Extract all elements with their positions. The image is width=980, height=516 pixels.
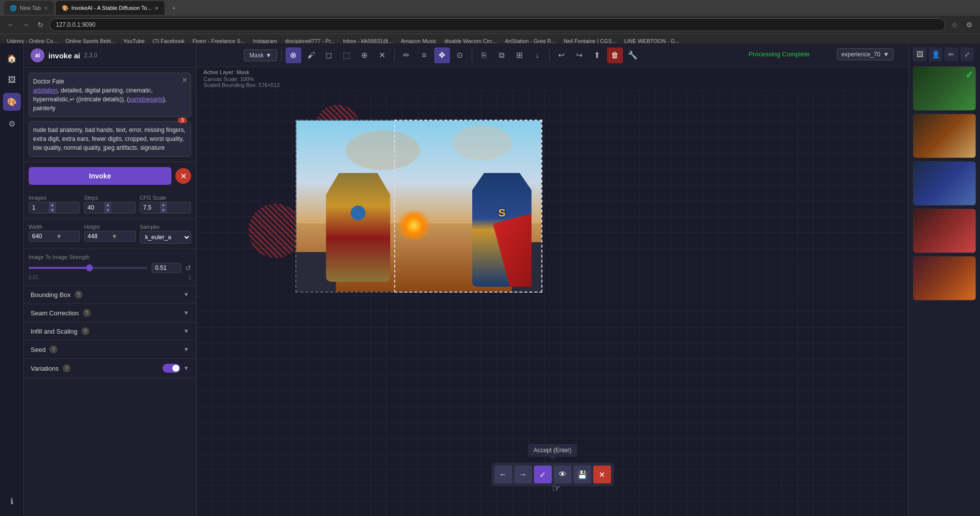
strength-slider-thumb bbox=[86, 264, 93, 271]
experience-label: experience_70 bbox=[841, 51, 880, 58]
invoke-cancel-button[interactable]: ✕ bbox=[175, 168, 191, 184]
tool-layers[interactable]: ⧉ bbox=[494, 47, 510, 63]
action-close-btn[interactable]: ✕ bbox=[593, 466, 611, 483]
action-eye-btn[interactable]: 👁 bbox=[554, 466, 572, 483]
width-input[interactable] bbox=[29, 231, 54, 241]
tool-close[interactable]: ✕ bbox=[374, 47, 390, 63]
tool-linked[interactable]: ⊗ bbox=[286, 47, 301, 63]
images-up[interactable]: ▲ bbox=[49, 202, 56, 208]
tool-delete[interactable]: 🗑 bbox=[607, 47, 623, 63]
tab-close-new[interactable]: ✕ bbox=[44, 5, 48, 11]
tool-target[interactable]: ⊙ bbox=[452, 47, 468, 63]
tool-move[interactable]: ✥ bbox=[434, 47, 450, 63]
reload-button[interactable]: ↻ bbox=[35, 19, 46, 31]
steps-stepper[interactable]: ▲ ▼ bbox=[104, 202, 111, 213]
address-bar[interactable] bbox=[49, 18, 945, 31]
steps-down[interactable]: ▼ bbox=[104, 208, 111, 213]
strength-value-input[interactable] bbox=[152, 263, 181, 273]
seed-info-icon[interactable]: ? bbox=[49, 345, 57, 353]
sidebar-icon-gallery[interactable]: 🖼 bbox=[3, 71, 21, 89]
images-input[interactable] bbox=[29, 203, 49, 213]
cfg-down[interactable]: ▼ bbox=[160, 208, 167, 213]
tool-select[interactable]: ⊕ bbox=[357, 47, 372, 63]
rpanel-gallery-btn[interactable]: 🖼 bbox=[913, 47, 927, 61]
tool-wrench[interactable]: 🔧 bbox=[625, 47, 641, 63]
whs-section: Width ▼ Height ▼ Sampler k_euler_a bbox=[24, 219, 196, 249]
cfg-up[interactable]: ▲ bbox=[160, 202, 167, 208]
tool-brush[interactable]: 🖌 bbox=[303, 47, 319, 63]
strength-reset-btn[interactable]: ↺ bbox=[185, 264, 191, 272]
bounding-box-info-icon[interactable]: ? bbox=[75, 291, 82, 299]
sidebar-icon-canvas[interactable]: 🎨 bbox=[3, 93, 21, 111]
tool-download[interactable]: ↓ bbox=[530, 47, 545, 63]
hero-superman: S bbox=[472, 173, 531, 287]
variations-toggle[interactable] bbox=[163, 364, 180, 373]
action-next-btn[interactable]: → bbox=[514, 466, 532, 483]
action-prev-btn[interactable]: ← bbox=[494, 466, 512, 483]
tool-arrange[interactable]: ⊞ bbox=[512, 47, 528, 63]
browser-titlebar: 🌐 New Tab ✕ 🎨 InvokeAI - A Stable Diffus… bbox=[0, 0, 980, 16]
prompt-close-btn[interactable]: ✕ bbox=[182, 76, 188, 84]
tool-lines[interactable]: ≡ bbox=[416, 47, 432, 63]
thumb-bg-2 bbox=[913, 162, 976, 205]
thumbnail-3[interactable] bbox=[913, 209, 976, 253]
bounding-box-section[interactable]: Bounding Box ? ▼ bbox=[24, 286, 196, 304]
seed-section[interactable]: Seed ? ▼ bbox=[24, 341, 196, 359]
images-down[interactable]: ▼ bbox=[49, 208, 56, 213]
sidebar-icon-info[interactable]: ℹ bbox=[3, 492, 21, 510]
height-input[interactable] bbox=[84, 231, 109, 241]
rpanel-edit-btn[interactable]: ✏ bbox=[944, 47, 958, 61]
thumbnail-2[interactable] bbox=[913, 161, 976, 206]
infill-info-icon[interactable]: ? bbox=[82, 327, 89, 335]
extensions-button[interactable]: ⚙ bbox=[963, 19, 975, 31]
rpanel-expand-btn[interactable]: ⤢ bbox=[960, 47, 974, 61]
sampler-select[interactable]: k_euler_a bbox=[140, 231, 191, 244]
tool-redo[interactable]: ↪ bbox=[572, 47, 587, 63]
variations-info-icon[interactable]: ? bbox=[63, 364, 71, 372]
forward-button[interactable]: → bbox=[20, 19, 32, 31]
negative-prompt-box[interactable]: 3 nude bad anatomy, bad hands, text, err… bbox=[29, 121, 191, 157]
tool-shape[interactable]: ⬚ bbox=[339, 47, 355, 63]
tool-pen[interactable]: ✏ bbox=[399, 47, 414, 63]
experience-selector[interactable]: experience_70 ▼ bbox=[837, 48, 894, 60]
tool-stamp[interactable]: ⎘ bbox=[476, 47, 492, 63]
cfg-stepper[interactable]: ▲ ▼ bbox=[160, 202, 167, 213]
seam-correction-section[interactable]: Seam Correction ? ▼ bbox=[24, 304, 196, 322]
tab-new[interactable]: 🌐 New Tab ✕ bbox=[4, 1, 54, 15]
action-accept-btn[interactable]: ✓ bbox=[534, 466, 552, 483]
steps-up[interactable]: ▲ bbox=[104, 202, 111, 208]
variations-controls: ▼ bbox=[163, 364, 189, 373]
tab-new-button[interactable]: + bbox=[166, 1, 181, 15]
sidebar-icon-home[interactable]: 🏠 bbox=[3, 49, 21, 67]
tool-eraser[interactable]: ◻ bbox=[321, 47, 337, 63]
cfg-input[interactable] bbox=[140, 203, 160, 213]
tab-invokAI[interactable]: 🎨 InvokeAI - A Stable Diffusion To... ✕ bbox=[56, 1, 164, 15]
height-label: Height bbox=[84, 224, 135, 230]
images-stepper[interactable]: ▲ ▼ bbox=[49, 202, 56, 213]
back-button[interactable]: ← bbox=[5, 19, 17, 31]
sidebar-icon-settings[interactable]: ⚙ bbox=[3, 115, 21, 132]
seam-correction-info-icon[interactable]: ? bbox=[83, 309, 91, 317]
thumbnail-0[interactable]: ✓ bbox=[913, 66, 976, 111]
bookmark-star[interactable]: ☆ bbox=[948, 19, 960, 31]
infill-section[interactable]: Infill and Scaling ? ▼ bbox=[24, 322, 196, 341]
tool-upload[interactable]: ⬆ bbox=[589, 47, 605, 63]
thumbnail-4[interactable] bbox=[913, 256, 976, 301]
invoke-button[interactable]: Invoke bbox=[29, 167, 171, 185]
tab-close-invoke[interactable]: ✕ bbox=[155, 5, 159, 11]
fate-chest bbox=[351, 206, 366, 220]
mask-chevron-icon: ▼ bbox=[266, 52, 272, 59]
mask-dropdown[interactable]: Mask ▼ bbox=[244, 49, 277, 61]
steps-input[interactable] bbox=[84, 203, 104, 213]
action-save-btn[interactable]: 💾 bbox=[573, 466, 591, 483]
variations-section[interactable]: Variations ? ▼ bbox=[24, 359, 196, 378]
right-panel: 🖼 👤 ✏ ⤢ ✓ bbox=[908, 43, 980, 516]
tool-undo[interactable]: ↩ bbox=[554, 47, 570, 63]
tab-label: New Tab bbox=[20, 5, 41, 11]
thumbnail-1[interactable] bbox=[913, 114, 976, 158]
canvas-content[interactable]: S Accept (Enter) ← → ✓ 👁 💾 ✕ bbox=[197, 90, 908, 516]
rpanel-user-btn[interactable]: 👤 bbox=[929, 47, 942, 61]
strength-slider-track[interactable] bbox=[29, 267, 148, 269]
prompt-title: Doctor Fate bbox=[33, 78, 64, 85]
positive-prompt-box[interactable]: ✕ Doctor Fate artstation, detailed, digi… bbox=[29, 73, 191, 117]
